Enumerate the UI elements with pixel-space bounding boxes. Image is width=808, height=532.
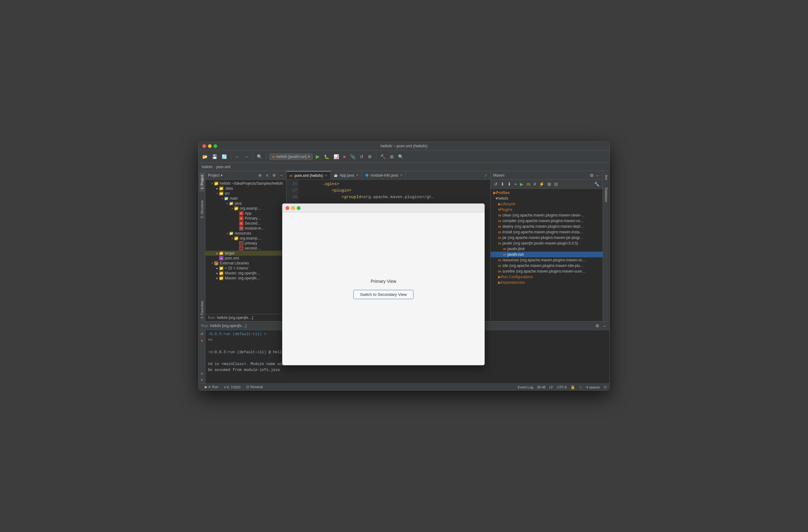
tree-item-ext-libs[interactable]: ▾ 📚 External Libraries	[205, 261, 286, 266]
maven-group-btn[interactable]: #	[533, 181, 537, 187]
sidebar-tab-structure[interactable]: Z: Structure	[200, 198, 204, 221]
maven-plugin-install[interactable]: m install (org.apache.maven.plugins:mave…	[491, 229, 603, 235]
tab-close-pom[interactable]: ✕	[325, 174, 327, 177]
maven-plugins-section[interactable]: ▾ Plugins	[491, 207, 603, 212]
javafx-minimize[interactable]	[291, 206, 295, 210]
debug-button[interactable]: 🐛	[323, 154, 330, 160]
forward-btn[interactable]: →	[243, 154, 250, 160]
save-btn[interactable]: 💾	[211, 154, 219, 160]
tree-item-res-org[interactable]: ▾ 📁 org.examp…	[205, 236, 286, 241]
breadcrumb-project[interactable]: hellofx	[202, 165, 213, 169]
settings-btn[interactable]: ⚙	[367, 154, 373, 160]
maven-m-btn[interactable]: m	[526, 181, 531, 187]
tab-close-module[interactable]: ✕	[400, 173, 402, 177]
run-button[interactable]: ▶	[314, 153, 321, 160]
maven-lifecycle[interactable]: ▶ Lifecycle	[491, 201, 603, 207]
open-folder-btn[interactable]: 📂	[201, 154, 209, 160]
sidebar-tab-project[interactable]: 1: Project	[200, 172, 204, 192]
back-btn[interactable]: ←	[234, 154, 241, 160]
breadcrumb-file[interactable]: pom.xml	[216, 165, 231, 169]
maven-plugin-surefire[interactable]: m surefire (org.apache.maven.plugins:mav…	[491, 268, 603, 274]
tree-item-org[interactable]: ▾ 📁 org.examp…	[205, 206, 286, 211]
maven-expand-btn[interactable]: ⊟	[554, 181, 558, 187]
maven-run-configs[interactable]: ▶ Run Configurations	[491, 274, 603, 280]
reload-btn[interactable]: ↺	[359, 154, 365, 160]
tree-item-primary[interactable]: ▶ C Primary…	[205, 216, 286, 221]
maven-hellofx[interactable]: ▾ hellofx	[491, 196, 603, 201]
run-minimize-btn[interactable]: –	[602, 323, 607, 329]
tab-pom-xml[interactable]: m pom.xml (hellofx) ✕	[287, 171, 331, 179]
terminal-btn[interactable]: ⊞	[389, 154, 395, 160]
maven-javafx-run[interactable]: m javafx:run	[491, 252, 603, 257]
indent-settings[interactable]: 4 spaces	[586, 385, 600, 389]
stop-btn[interactable]: ■	[342, 154, 347, 160]
tree-item-jdk[interactable]: ▶ 📁 < 15 > /Users/	[205, 266, 286, 271]
run-with-coverage-btn[interactable]: 📊	[332, 154, 340, 160]
tree-item-hellofx[interactable]: ▾ 📁 hellofx ~/IdeaProjects/Samples/hello…	[205, 181, 286, 186]
run-scroll2-btn[interactable]: ≡	[200, 377, 204, 382]
event-log[interactable]: Event Log	[518, 385, 533, 389]
run-config-dropdown[interactable]: m hellofx [javafx:run] ▾	[269, 154, 313, 160]
settings-project-btn[interactable]: ⚙	[271, 173, 277, 178]
tree-item-res-secondary[interactable]: ▶ ⬛ second…	[205, 246, 286, 251]
bl-tab-run[interactable]: ▶ 4: Run	[202, 384, 221, 390]
build-btn[interactable]: 🔨	[379, 154, 387, 160]
maven-plugin-site[interactable]: m site (org.apache.maven.plugins:maven-s…	[491, 263, 603, 268]
line-separator[interactable]: LF	[549, 385, 553, 389]
maven-run-btn[interactable]: ▶	[519, 181, 524, 187]
warning-icon[interactable]: ⚠	[579, 385, 582, 390]
maven-plugin-deploy[interactable]: m deploy (org.apache.maven.plugins:maven…	[491, 224, 603, 229]
minimize-button[interactable]	[208, 144, 212, 148]
tree-item-res-primary[interactable]: ▶ ⬛ primary	[205, 241, 286, 246]
maven-add-btn[interactable]: +	[514, 181, 517, 187]
encoding[interactable]: UTF-8	[557, 385, 567, 389]
run-stop-btn[interactable]: ■	[200, 338, 204, 343]
maven-plugin-compiler[interactable]: m compiler (org.apache.maven.plugins:mav…	[491, 218, 603, 224]
javafx-close[interactable]	[286, 206, 289, 210]
settings-icon[interactable]: ⚙	[604, 385, 607, 390]
maven-download-btn[interactable]: ⬇	[500, 181, 505, 187]
tree-item-maven2[interactable]: ▶ 📁 Maven: org.openjfx…	[205, 276, 286, 281]
maven-profiles[interactable]: ▶ Profiles	[491, 190, 603, 196]
maven-dependencies[interactable]: ▶ Dependencies	[491, 280, 603, 285]
sidebar-tab-favorites[interactable]: 2: Favorites	[200, 298, 204, 321]
maven-plugin-clean[interactable]: m clean (org.apache.maven.plugins:maven-…	[491, 212, 603, 218]
tree-item-pom[interactable]: ▶ m pom.xml	[205, 256, 286, 261]
lock-icon[interactable]: 🔒	[570, 385, 575, 390]
tree-item-target[interactable]: ▶ 📁 target	[205, 251, 286, 256]
maximize-button[interactable]	[214, 144, 217, 148]
tree-item-resources[interactable]: ▾ 📁 resources	[205, 231, 286, 236]
tree-item-module-info[interactable]: ▶ 🔷 module-in…	[205, 226, 286, 231]
tree-item-app[interactable]: ▶ C App	[205, 211, 286, 216]
tree-item-idea[interactable]: ▶ 📁 .idea	[205, 186, 286, 191]
maven-javafx-jlink[interactable]: m javafx:jlink	[491, 246, 603, 252]
maven-close-btn[interactable]: –	[595, 172, 600, 178]
sync-project-btn[interactable]: ⊕	[257, 173, 263, 178]
tab-app-java[interactable]: ☕ App.java ✕	[331, 171, 362, 179]
maven-download-sources-btn[interactable]: ⬇	[507, 181, 512, 187]
maven-wrench-btn[interactable]: 🔧	[593, 181, 600, 187]
run-scroll-btn[interactable]: ≡	[200, 371, 204, 376]
bl-tab-todo[interactable]: ≡ 6: TODO	[221, 385, 243, 390]
close-button[interactable]	[202, 144, 206, 148]
tab-close-app[interactable]: ✕	[356, 173, 359, 177]
maven-settings-btn[interactable]: ⚙	[589, 172, 595, 178]
search-everywhere-btn[interactable]: 🔍	[397, 154, 405, 160]
tree-item-java[interactable]: ▾ 📁 java	[205, 201, 286, 206]
right-tab-database[interactable]: Database	[604, 185, 609, 205]
switch-to-secondary-button[interactable]: Switch to Secondary View	[353, 290, 414, 299]
maven-plugin-javafx[interactable]: m javafx (org.openjfx:javafx-maven-plugi…	[491, 241, 603, 246]
collapse-all-btn[interactable]: ≡	[265, 173, 269, 178]
navigate-btn[interactable]: 🔍	[256, 154, 263, 160]
javafx-maximize[interactable]	[297, 206, 300, 210]
tree-item-src[interactable]: ▾ 📁 src	[205, 191, 286, 196]
maven-plugin-jar[interactable]: m jar (org.apache.maven.plugins:maven-ja…	[491, 235, 603, 241]
tree-item-main[interactable]: ▾ 📁 main	[205, 196, 286, 201]
maven-collapse-btn[interactable]: ⊞	[547, 181, 552, 187]
sync-btn[interactable]: 🔄	[220, 154, 228, 160]
tree-item-secondary[interactable]: ▶ C Second…	[205, 221, 286, 226]
tab-module-info[interactable]: 🔷 module-info.java ✕	[362, 171, 406, 179]
run-settings-btn[interactable]: ⚙	[594, 323, 601, 329]
tree-item-maven1[interactable]: ▶ 📁 Maven: org.openjfx…	[205, 271, 286, 276]
right-tab-ant[interactable]: Ant	[604, 172, 609, 183]
